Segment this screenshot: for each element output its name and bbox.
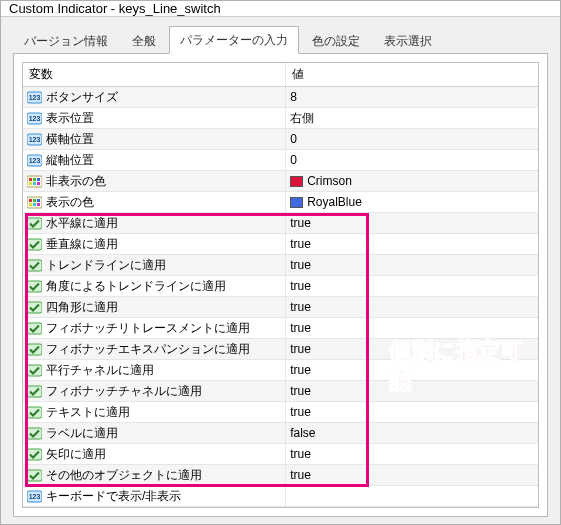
param-value[interactable]: false xyxy=(290,426,315,440)
param-row[interactable]: トレンドラインに適用true xyxy=(23,255,538,276)
param-name: 表示位置 xyxy=(46,110,94,127)
svg-rect-20 xyxy=(33,203,36,206)
param-row[interactable]: 123横軸位置0 xyxy=(23,129,538,150)
param-row[interactable]: 123縦軸位置0 xyxy=(23,150,538,171)
param-value[interactable]: true xyxy=(290,405,311,419)
param-name: キーボードで表示/非表示 xyxy=(46,488,181,505)
svg-rect-19 xyxy=(29,203,32,206)
svg-rect-27 xyxy=(27,323,42,334)
param-row[interactable]: フィボナッチチャネルに適用true xyxy=(23,381,538,402)
tab-bar: バージョン情報全般パラメーターの入力色の設定表示選択 xyxy=(1,17,560,53)
param-name: フィボナッチリトレースメントに適用 xyxy=(46,320,250,337)
svg-rect-18 xyxy=(37,199,40,202)
param-row[interactable]: 水平線に適用true xyxy=(23,213,538,234)
param-name: フィボナッチチャネルに適用 xyxy=(46,383,202,400)
svg-text:123: 123 xyxy=(29,493,41,500)
param-row[interactable]: フィボナッチリトレースメントに適用true xyxy=(23,318,538,339)
color-icon xyxy=(27,175,42,188)
int-icon: 123 xyxy=(27,91,42,104)
bool-icon xyxy=(27,259,42,272)
param-row[interactable]: 表示の色RoyalBlue xyxy=(23,192,538,213)
svg-text:123: 123 xyxy=(29,157,41,164)
param-value[interactable]: true xyxy=(290,279,311,293)
param-row[interactable]: 123ボタンサイズ8 xyxy=(23,87,538,108)
param-name: テキストに適用 xyxy=(46,404,130,421)
svg-rect-15 xyxy=(27,197,42,208)
svg-rect-14 xyxy=(37,182,40,185)
bool-icon xyxy=(27,217,42,230)
param-value[interactable]: Crimson xyxy=(307,174,352,188)
param-row[interactable]: テキストに適用true xyxy=(23,402,538,423)
tab-3[interactable]: 色の設定 xyxy=(301,27,371,54)
window-title: Custom Indicator - keys_Line_switch xyxy=(9,1,221,16)
param-value[interactable]: true xyxy=(290,342,311,356)
bool-icon xyxy=(27,469,42,482)
param-value[interactable]: true xyxy=(290,468,311,482)
param-value[interactable]: true xyxy=(290,321,311,335)
param-value[interactable]: 0 xyxy=(290,132,297,146)
titlebar: Custom Indicator - keys_Line_switch xyxy=(1,1,560,17)
svg-rect-24 xyxy=(27,260,42,271)
param-name: 縦軸位置 xyxy=(46,152,94,169)
param-row[interactable]: 四角形に適用true xyxy=(23,297,538,318)
param-row[interactable]: その他のオブジェクトに適用true xyxy=(23,465,538,486)
param-row[interactable]: フィボナッチエキスパンションに適用true xyxy=(23,339,538,360)
svg-rect-31 xyxy=(27,407,42,418)
param-name: 四角形に適用 xyxy=(46,299,118,316)
param-value[interactable]: true xyxy=(290,216,311,230)
param-name: 水平線に適用 xyxy=(46,215,118,232)
bool-icon xyxy=(27,364,42,377)
param-value[interactable]: true xyxy=(290,363,311,377)
tab-1[interactable]: 全般 xyxy=(121,27,167,54)
param-value[interactable]: RoyalBlue xyxy=(307,195,362,209)
svg-rect-23 xyxy=(27,239,42,250)
bool-icon xyxy=(27,448,42,461)
param-name: 平行チャネルに適用 xyxy=(46,362,154,379)
svg-rect-17 xyxy=(33,199,36,202)
svg-rect-10 xyxy=(33,178,36,181)
param-value[interactable]: true xyxy=(290,237,311,251)
svg-rect-16 xyxy=(29,199,32,202)
param-value[interactable]: true xyxy=(290,447,311,461)
param-row[interactable]: 矢印に適用true xyxy=(23,444,538,465)
bool-icon xyxy=(27,385,42,398)
param-name: 表示の色 xyxy=(46,194,94,211)
bool-icon xyxy=(27,322,42,335)
svg-rect-12 xyxy=(29,182,32,185)
tab-0[interactable]: バージョン情報 xyxy=(13,27,119,54)
svg-rect-33 xyxy=(27,449,42,460)
param-row[interactable]: 123表示位置右側 xyxy=(23,108,538,129)
col-header-value[interactable]: 値 xyxy=(286,63,538,87)
tab-2[interactable]: パラメーターの入力 xyxy=(169,26,299,54)
param-value[interactable]: true xyxy=(290,300,311,314)
param-row[interactable]: 平行チャネルに適用true xyxy=(23,360,538,381)
param-row[interactable]: 角度によるトレンドラインに適用true xyxy=(23,276,538,297)
col-header-variable[interactable]: 変数 xyxy=(23,63,286,87)
dialog-window: Custom Indicator - keys_Line_switch バージョ… xyxy=(0,0,561,525)
int-icon: 123 xyxy=(27,490,42,503)
param-value[interactable]: 右側 xyxy=(290,110,314,127)
param-row[interactable]: ラベルに適用false xyxy=(23,423,538,444)
svg-rect-34 xyxy=(27,470,42,481)
svg-rect-25 xyxy=(27,281,42,292)
param-name: 垂直線に適用 xyxy=(46,236,118,253)
param-row[interactable]: 垂直線に適用true xyxy=(23,234,538,255)
param-row[interactable]: 123キーボードで表示/非表示 xyxy=(23,486,538,507)
tab-4[interactable]: 表示選択 xyxy=(373,27,443,54)
svg-rect-32 xyxy=(27,428,42,439)
int-icon: 123 xyxy=(27,133,42,146)
param-value[interactable]: 8 xyxy=(290,90,297,104)
param-value[interactable]: 0 xyxy=(290,153,297,167)
tab-panel: 変数 値 123ボタンサイズ8123表示位置右側123横軸位置0123縦軸位置0… xyxy=(13,53,548,517)
svg-rect-11 xyxy=(37,178,40,181)
bool-icon xyxy=(27,427,42,440)
parameters-grid[interactable]: 変数 値 123ボタンサイズ8123表示位置右側123横軸位置0123縦軸位置0… xyxy=(22,62,539,508)
svg-rect-13 xyxy=(33,182,36,185)
svg-rect-28 xyxy=(27,344,42,355)
svg-rect-29 xyxy=(27,365,42,376)
bool-icon xyxy=(27,301,42,314)
param-name: 角度によるトレンドラインに適用 xyxy=(46,278,226,295)
param-value[interactable]: true xyxy=(290,384,311,398)
param-row[interactable]: 非表示の色Crimson xyxy=(23,171,538,192)
param-value[interactable]: true xyxy=(290,258,311,272)
